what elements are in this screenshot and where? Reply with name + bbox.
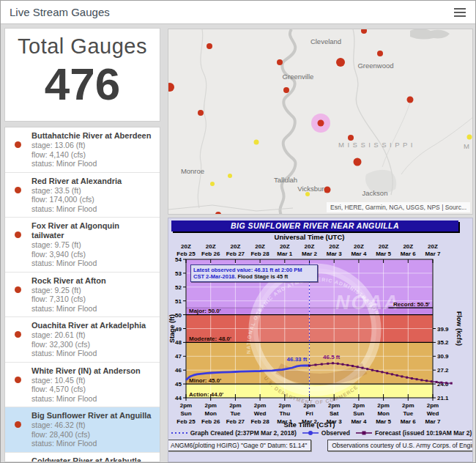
- list-item[interactable]: Ouachita River at Arkadelphiastage: 20.6…: [5, 317, 160, 363]
- gauge-detail-line: status: Minor Flood: [31, 439, 154, 448]
- cst-time-label: 2pm: [279, 402, 291, 409]
- list-item[interactable]: White River (IN) at Andersonstage: 10.45…: [5, 363, 160, 408]
- map-gauge-dot[interactable]: [228, 174, 232, 178]
- utc-date-label: Feb 26: [201, 251, 220, 257]
- map-gauge-dot[interactable]: [215, 212, 221, 215]
- utc-date-label: Mar 1: [277, 251, 292, 257]
- page-title: Live Stream Gauges: [1, 6, 110, 18]
- total-gauges-title: Total Gauges: [5, 34, 160, 59]
- map-canvas[interactable]: MISSISSIPPIMISSISS ClevelandGreenwoodGre…: [168, 29, 473, 215]
- selected-gauge-dot[interactable]: [318, 120, 324, 127]
- flow-axis-title: Flow (kcfs): [455, 311, 463, 346]
- gauge-detail-line: status: Minor Flood: [31, 159, 154, 168]
- zone-label: Record: 50.5': [393, 301, 430, 308]
- map-gauge-dot[interactable]: [207, 43, 212, 49]
- map-gauge-dot[interactable]: [361, 29, 367, 34]
- cst-time-label: 2pm: [377, 402, 389, 409]
- list-item[interactable]: Red River at Alexandriastage: 33.5 (ft)f…: [5, 173, 160, 218]
- stage-tick-label: 51: [175, 298, 182, 305]
- cst-time-label: 2pm: [402, 402, 414, 409]
- cst-time-label: 2pm: [180, 402, 192, 409]
- utc-date-label: Feb 28: [250, 251, 269, 257]
- gauge-detail-line: flow: 7,310 (cfs): [31, 295, 154, 304]
- gauge-status-dot: [15, 421, 21, 428]
- list-item[interactable]: Rock River at Aftonstage: 9.25 (ft)flow:…: [5, 273, 160, 318]
- list-item[interactable]: Fox River at Algonquin tailwaterstage: 9…: [5, 218, 160, 273]
- map-gauge-dot[interactable]: [277, 59, 283, 65]
- hydrograph-title: BIG SUNFLOWER RIVER NEAR ANGUILLA: [171, 221, 458, 232]
- map-gauge-dot[interactable]: [168, 83, 174, 92]
- utc-tick-label: 20Z: [280, 243, 290, 250]
- utc-date-label: Mar 5: [376, 251, 391, 257]
- cst-time-label: 2pm: [204, 402, 216, 409]
- hamburger-menu-icon[interactable]: [449, 4, 471, 21]
- cst-time-label: 2pm: [254, 402, 266, 409]
- gauge-detail-line: stage: 9.75 (ft): [31, 240, 154, 250]
- utc-tick-label: 20Z: [329, 243, 339, 250]
- gauge-status-dot: [15, 286, 21, 293]
- flow-tick-label: 35.2: [437, 339, 449, 346]
- flow-tick-label: 27.2: [437, 367, 449, 374]
- gauge-name: Red River at Alexandria: [31, 177, 154, 186]
- map-gauge-dot[interactable]: [354, 158, 362, 166]
- map-gauge-dot[interactable]: [467, 135, 472, 140]
- map-gauge-dot[interactable]: [324, 187, 331, 193]
- utc-tick-label: 20Z: [255, 243, 265, 250]
- cst-dow-label: Tue: [403, 410, 413, 417]
- stage-tick-label: 46: [175, 367, 182, 374]
- list-item[interactable]: Coldwater River at Arkabutla Damstage: 2…: [5, 453, 160, 463]
- map-gauge-dot[interactable]: [198, 110, 204, 116]
- cst-dow-label: Tue: [231, 410, 241, 417]
- map-gauge-dot[interactable]: [283, 87, 289, 93]
- cst-dow-label: Thu: [279, 410, 290, 417]
- list-item[interactable]: Buttahatchie River at Aberdeenstage: 13.…: [5, 127, 160, 173]
- stage-tick-label: 47: [175, 353, 182, 360]
- utc-tick-label: 20Z: [206, 243, 216, 250]
- gauge-detail-line: flow: 4,570 (cfs): [31, 385, 154, 394]
- annotation-line2-date: CST 2-Mar-2018.: [193, 273, 236, 280]
- annotation-line1: Latest observed value: 46.31 ft at 2:00 …: [193, 267, 315, 273]
- cst-dow-label: Wed: [254, 410, 267, 417]
- map-panel[interactable]: MISSISSIPPIMISSISS ClevelandGreenwoodGre…: [168, 29, 473, 215]
- app-header: Live Stream Gauges: [1, 1, 476, 24]
- city-label: Vicksburg: [297, 185, 328, 193]
- bottom-axis-title: Site Time (CST): [186, 421, 433, 429]
- city-label: Tallulah: [274, 176, 297, 184]
- map-gauge-dot[interactable]: [210, 182, 215, 186]
- legend-swatch-square-icon: [355, 430, 373, 436]
- map-city-labels: ClevelandGreenwoodGreenvilleMonroeTallul…: [181, 37, 394, 197]
- gauge-detail-line: flow: 28,400 (cfs): [31, 430, 154, 440]
- utc-date-label: Mar 3: [327, 251, 342, 257]
- gauge-detail-line: stage: 9.25 (ft): [31, 286, 154, 295]
- map-gauge-dot[interactable]: [348, 135, 354, 141]
- legend-swatch-dot-icon: [302, 430, 319, 436]
- map-state-labels: MISSISSIPPIMISSISS: [338, 141, 473, 150]
- map-gauge-dot[interactable]: [407, 97, 414, 103]
- map-gauge-dot[interactable]: [254, 140, 259, 145]
- utc-date-label: Mar 2: [302, 251, 317, 257]
- cst-dow-label: Sat: [330, 410, 339, 417]
- map-gauge-dot[interactable]: [305, 192, 310, 196]
- legend-item: Forecast (issued 10:19AM Mar 2): [355, 429, 472, 437]
- list-item[interactable]: Big Sunflower River at Anguillastage: 46…: [5, 407, 160, 453]
- observations-credit-box: Observations courtesy of U.S. Army Corps…: [327, 440, 473, 451]
- gauge-detail-line: flow: 32,300 (cfs): [31, 340, 154, 349]
- gauge-detail-line: status: Minor Flood: [31, 259, 154, 268]
- cst-time-label: 2pm: [229, 402, 241, 409]
- gauge-detail-line: flow: 4,140 (cfs): [31, 150, 154, 160]
- gauge-name: Rock River at Afton: [31, 276, 154, 286]
- map-gauge-dot[interactable]: [377, 51, 383, 56]
- utc-date-label: Feb 25: [176, 251, 196, 257]
- legend-label: Observed: [321, 429, 350, 437]
- observed-value-label: 46.33 ft: [287, 356, 308, 363]
- legend-item: Observed: [302, 429, 350, 437]
- gauge-detail-line: stage: 46.32 (ft): [31, 421, 154, 430]
- gauge-name: Buttahatchie River at Aberdeen: [31, 131, 154, 141]
- utc-tick-label: 20Z: [428, 243, 438, 250]
- cst-dow-label: Sun: [180, 410, 191, 417]
- map-gauge-dot[interactable]: [336, 58, 345, 67]
- city-label: Jackson: [362, 189, 388, 197]
- city-label: Greenville: [283, 73, 314, 81]
- zone-label: Action: 44.0': [189, 391, 223, 398]
- top-axis-title: Universal Time (UTC): [186, 233, 433, 241]
